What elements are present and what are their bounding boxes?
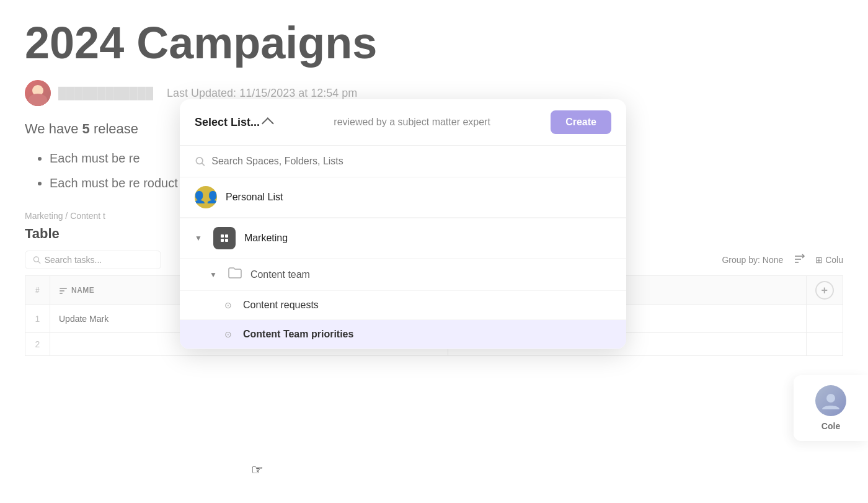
marketing-label: Marketing: [244, 233, 288, 244]
folder-collapse-icon: ▼: [210, 270, 217, 279]
dropdown-search: [180, 146, 626, 177]
select-list-header: Select List... reviewed by a subject mat…: [180, 99, 626, 146]
svg-rect-14: [221, 239, 224, 242]
content-requests-label: Content requests: [243, 300, 319, 311]
list-item-content-team[interactable]: ▼ Content team: [180, 259, 626, 291]
chevron-up-icon: [262, 117, 274, 130]
content-team-label: Content team: [250, 269, 310, 280]
collapse-arrow-icon: ▼: [195, 234, 202, 243]
select-list-dropdown: Select List... reviewed by a subject mat…: [180, 99, 626, 349]
svg-line-11: [202, 163, 204, 165]
folder-icon: [228, 267, 242, 282]
dropdown-search-input[interactable]: [211, 156, 611, 167]
svg-point-10: [196, 158, 203, 164]
list-item-personal[interactable]: 👤 Personal List: [180, 177, 626, 218]
personal-avatar: 👤: [195, 186, 217, 208]
select-list-label[interactable]: Select List...: [195, 116, 273, 129]
list-item-content-requests[interactable]: ⊙ Content requests: [180, 291, 626, 320]
dropdown-list: 👤 Personal List ▼ Marketing ▼: [180, 177, 626, 349]
content-priorities-label: Content Team priorities: [243, 329, 353, 340]
dropdown-search-icon: [195, 156, 205, 167]
cursor-pointer: ☞: [251, 462, 264, 478]
create-button[interactable]: Create: [551, 110, 611, 134]
svg-rect-15: [225, 239, 228, 242]
marketing-space-icon: [213, 227, 236, 249]
list-bullet-icon: ⊙: [224, 300, 232, 310]
list-item-marketing[interactable]: ▼ Marketing: [180, 218, 626, 259]
svg-rect-12: [221, 234, 224, 238]
personal-list-label: Personal List: [226, 192, 283, 203]
expert-text: reviewed by a subject matter expert: [283, 117, 541, 128]
svg-rect-13: [225, 234, 228, 238]
list-bullet-icon-2: ⊙: [224, 329, 232, 339]
list-item-content-priorities[interactable]: ⊙ Content Team priorities: [180, 320, 626, 349]
